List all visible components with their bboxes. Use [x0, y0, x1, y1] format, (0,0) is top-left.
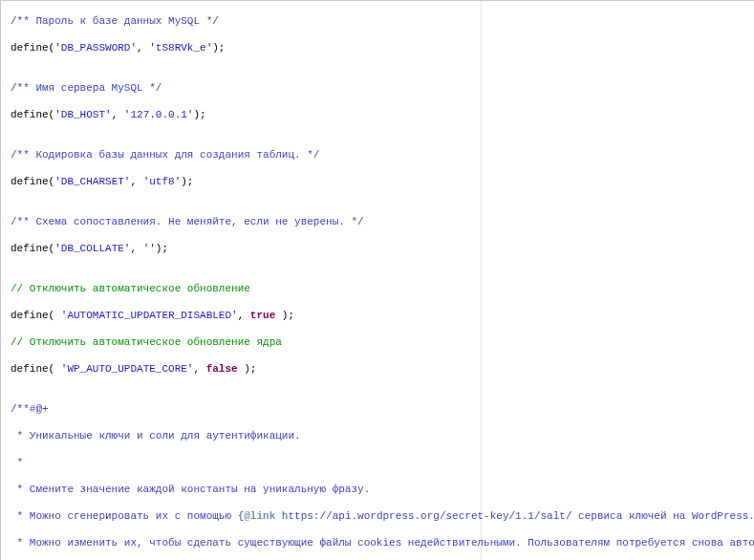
- fn-call: define(: [11, 109, 54, 120]
- code-editor: /** Пароль к базе данных MySQL */ define…: [0, 0, 754, 560]
- fn-call: define(: [11, 243, 54, 254]
- string: 'tS8RVk_e': [149, 42, 212, 54]
- fn-call: define(: [11, 176, 54, 187]
- comment: /** Имя сервера MySQL */: [11, 82, 162, 94]
- fn-call: define(: [11, 310, 61, 321]
- doc-tag-link: @link: [244, 510, 275, 522]
- keyword-false: false: [206, 363, 238, 375]
- comment: /** Схема сопоставления. Не меняйте, есл…: [11, 216, 364, 227]
- docblock: /**#@+: [11, 403, 49, 415]
- comment: // Отключить автоматическое обновление я…: [11, 336, 282, 348]
- comment: /** Пароль к базе данных MySQL */: [11, 15, 219, 27]
- code-content: /** Пароль к базе данных MySQL */ define…: [11, 1, 744, 560]
- fn-call: define(: [11, 363, 61, 375]
- comment: // Отключить автоматическое обновление: [11, 283, 250, 294]
- fn-call: define(: [11, 42, 54, 54]
- keyword-true: true: [250, 310, 275, 321]
- string: 'DB_PASSWORD': [54, 42, 137, 54]
- comment: /** Кодировка базы данных для создания т…: [11, 149, 319, 161]
